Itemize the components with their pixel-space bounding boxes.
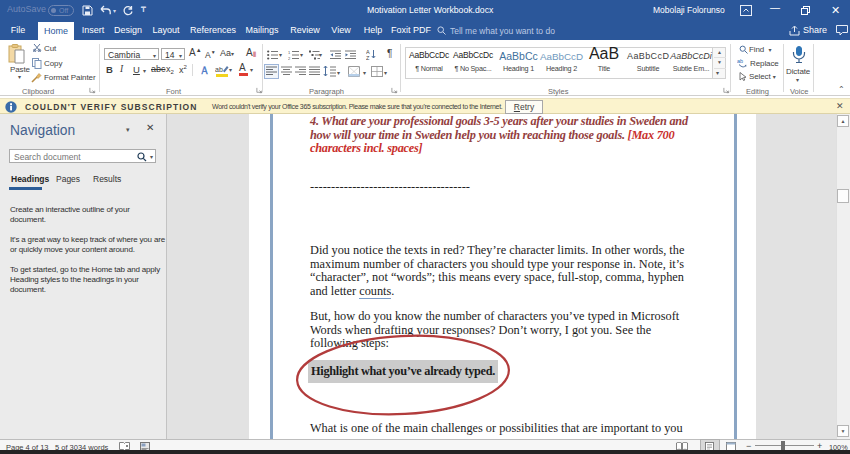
svg-text:2: 2 — [288, 56, 291, 61]
svg-text:ab: ab — [215, 66, 223, 73]
svg-text:Z: Z — [366, 55, 370, 60]
svg-text:ab: ab — [737, 58, 743, 64]
svg-text:1: 1 — [288, 50, 291, 55]
